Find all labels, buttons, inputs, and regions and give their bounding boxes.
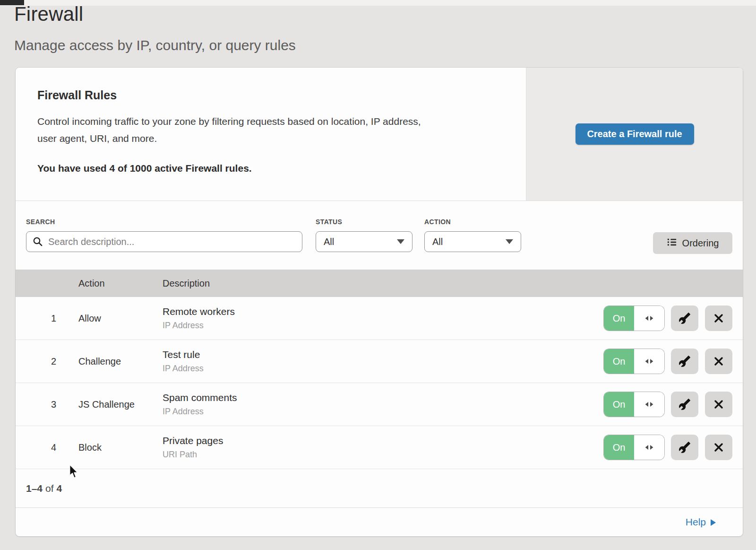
- create-firewall-rule-button[interactable]: Create a Firewall rule: [576, 123, 694, 145]
- close-icon: [713, 313, 724, 324]
- rule-match-type: URI Path: [163, 450, 603, 460]
- hero-text: Firewall Rules Control incoming traffic …: [16, 68, 488, 174]
- toggle-handle[interactable]: [634, 306, 664, 331]
- rule-priority: 4: [16, 442, 78, 453]
- hero-section: Firewall Rules Control incoming traffic …: [16, 68, 743, 201]
- search-input[interactable]: [26, 231, 302, 252]
- rule-match-type: IP Address: [163, 321, 603, 331]
- pagination-total: 4: [57, 483, 62, 494]
- close-icon: [713, 442, 724, 453]
- toggle-on-label[interactable]: On: [604, 306, 634, 331]
- status-select[interactable]: All: [316, 231, 412, 252]
- rule-match-type: IP Address: [163, 407, 603, 417]
- rule-description-cell: Spam comments IP Address: [163, 392, 603, 417]
- rule-priority: 3: [16, 399, 78, 410]
- page-subtitle: Manage access by IP, country, or query r…: [14, 37, 296, 53]
- search-icon: [32, 236, 43, 249]
- rule-controls: On: [603, 349, 743, 374]
- left-right-arrows-icon: [644, 442, 655, 453]
- delete-rule-button[interactable]: [705, 349, 732, 374]
- rule-enabled-toggle[interactable]: On: [604, 392, 664, 417]
- status-filter-group: STATUS All: [316, 218, 412, 252]
- toggle-handle[interactable]: [634, 349, 664, 374]
- table-header: Action Description: [16, 270, 743, 297]
- rule-priority: 1: [16, 313, 78, 324]
- toggle-on-label[interactable]: On: [604, 349, 634, 374]
- rule-description: Remote workers: [163, 306, 603, 317]
- rule-description-cell: Test rule IP Address: [163, 349, 603, 374]
- cta-panel: Create a Firewall rule: [526, 68, 743, 201]
- toggle-handle[interactable]: [634, 435, 664, 460]
- edit-rule-button[interactable]: [671, 392, 698, 417]
- close-icon: [713, 356, 724, 367]
- toggle-on-label[interactable]: On: [604, 392, 634, 417]
- toggle-on-label[interactable]: On: [604, 435, 634, 460]
- arrow-right-icon: [711, 519, 716, 526]
- rule-action: Allow: [78, 313, 163, 324]
- rule-action: JS Challenge: [78, 399, 163, 410]
- usage-summary: You have used 4 of 1000 active Firewall …: [37, 163, 488, 174]
- table-row: 2 Challenge Test rule IP Address On: [16, 340, 743, 383]
- left-right-arrows-icon: [644, 399, 655, 410]
- rule-description: Spam comments: [163, 392, 603, 403]
- delete-rule-button[interactable]: [705, 392, 732, 417]
- delete-rule-button[interactable]: [705, 306, 732, 331]
- ordered-list-icon: [667, 237, 677, 250]
- table-row: 4 Block Private pages URI Path On: [16, 426, 743, 469]
- search-label: SEARCH: [26, 218, 302, 226]
- rule-description: Test rule: [163, 349, 603, 360]
- action-filter-group: ACTION All: [424, 218, 521, 252]
- rule-priority: 2: [16, 356, 78, 367]
- rule-action: Challenge: [78, 356, 163, 367]
- rule-action: Block: [78, 442, 163, 453]
- description-column-header: Description: [163, 278, 603, 289]
- hero-description-line1: Control incoming traffic to your zone by…: [37, 116, 421, 127]
- action-selected-value: All: [432, 236, 443, 247]
- edit-rule-button[interactable]: [671, 306, 698, 331]
- action-select[interactable]: All: [424, 231, 521, 252]
- hero-description: Control incoming traffic to your zone by…: [37, 113, 488, 147]
- action-label: ACTION: [424, 218, 521, 226]
- wrench-icon: [679, 355, 691, 367]
- page-title: Firewall: [14, 3, 83, 26]
- filters-bar: SEARCH STATUS All ACTION All: [16, 201, 743, 270]
- toggle-handle[interactable]: [634, 392, 664, 417]
- left-right-arrows-icon: [644, 313, 655, 324]
- pagination-range: 1–4: [26, 483, 43, 494]
- chevron-down-icon: [397, 239, 404, 244]
- top-edge-strip: [0, 0, 756, 6]
- help-link-label: Help: [686, 516, 706, 528]
- chevron-down-icon: [506, 239, 513, 244]
- rule-controls: On: [603, 306, 743, 331]
- pagination-separator: of: [45, 483, 54, 494]
- hero-description-line2: user agent, URI, and more.: [37, 133, 157, 144]
- rule-enabled-toggle[interactable]: On: [604, 306, 664, 331]
- rule-enabled-toggle[interactable]: On: [604, 435, 664, 460]
- wrench-icon: [679, 441, 691, 454]
- rule-controls: On: [603, 435, 743, 460]
- status-selected-value: All: [324, 236, 334, 247]
- rule-description: Private pages: [163, 435, 603, 446]
- delete-rule-button[interactable]: [705, 435, 732, 460]
- status-label: STATUS: [316, 218, 412, 226]
- hero-title: Firewall Rules: [37, 88, 488, 102]
- help-row: Help: [16, 507, 743, 536]
- pagination: 1–4 of 4: [16, 469, 743, 507]
- ordering-button[interactable]: Ordering: [653, 232, 732, 254]
- help-link[interactable]: Help: [686, 516, 716, 528]
- table-row: 1 Allow Remote workers IP Address On: [16, 297, 743, 340]
- left-right-arrows-icon: [644, 356, 655, 367]
- rule-description-cell: Remote workers IP Address: [163, 306, 603, 331]
- wrench-icon: [679, 312, 691, 324]
- rule-controls: On: [603, 392, 743, 417]
- edit-rule-button[interactable]: [671, 349, 698, 374]
- firewall-rules-card: Firewall Rules Control incoming traffic …: [16, 68, 743, 536]
- table-row: 3 JS Challenge Spam comments IP Address …: [16, 383, 743, 426]
- rule-description-cell: Private pages URI Path: [163, 435, 603, 460]
- edit-rule-button[interactable]: [671, 435, 698, 460]
- action-column-header: Action: [78, 278, 163, 289]
- rule-enabled-toggle[interactable]: On: [604, 349, 664, 374]
- wrench-icon: [679, 398, 691, 410]
- search-group: SEARCH: [26, 218, 302, 252]
- ordering-button-label: Ordering: [682, 238, 719, 249]
